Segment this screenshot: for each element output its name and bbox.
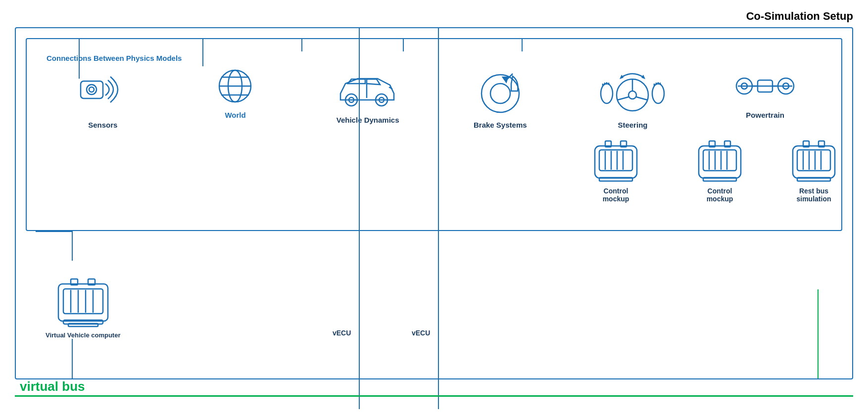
sensor-h-line [36, 231, 73, 232]
sensor-down-line [72, 231, 73, 261]
svg-rect-0 [81, 81, 103, 98]
brake-systems-icon [476, 66, 525, 116]
control-mockup2-icon [696, 137, 743, 184]
svg-rect-70 [793, 146, 835, 178]
vecu1-item: vECU [333, 326, 351, 339]
main-container: Co-Simulation Setup Connections Between … [10, 10, 858, 409]
powertrain-item: Powertrain [725, 66, 805, 119]
vecu2-vline [438, 28, 439, 409]
icons-row: Sensors World [27, 66, 841, 129]
svg-marker-27 [641, 75, 645, 79]
world-vline [202, 39, 203, 66]
page-title: Co-Simulation Setup [746, 10, 853, 23]
svg-line-26 [636, 97, 647, 100]
svg-line-25 [618, 97, 628, 100]
rest-bus-icon [790, 137, 837, 184]
vehicle-dynamics-item: Vehicle Dynamics [328, 66, 407, 124]
rest-bus-label: Rest bussimulation [796, 187, 831, 203]
svg-rect-69 [703, 178, 736, 181]
steering-vline [403, 39, 404, 51]
svg-rect-62 [703, 150, 736, 171]
rest-bus-green-vline [818, 289, 819, 378]
svg-rect-71 [797, 150, 830, 171]
vehicle-dynamics-icon [336, 66, 400, 111]
steering-label: Steering [618, 121, 647, 129]
virtual-vehicle-item: Virtual Vehicle computer [46, 274, 120, 339]
outer-box: Connections Between Physics Models [15, 27, 853, 379]
svg-point-17 [601, 84, 613, 103]
svg-point-29 [652, 84, 664, 103]
steering-icon [598, 66, 667, 116]
virtual-bus-label: virtual bus [20, 379, 85, 394]
brake-systems-label: Brake Systems [474, 121, 527, 129]
virtual-vehicle-label: Virtual Vehicle computer [46, 331, 120, 339]
svg-rect-53 [599, 150, 632, 171]
control-mockup2-label: Controlmockup [707, 187, 733, 203]
control-mockup1-icon [592, 137, 639, 184]
powertrain-vline [522, 39, 523, 51]
control-mockup1-item: Controlmockup [592, 137, 639, 203]
svg-point-23 [628, 91, 636, 99]
virtual-bus-line [15, 395, 853, 397]
svg-rect-78 [797, 178, 830, 181]
control-mockup2-item: Controlmockup [696, 137, 743, 203]
sensors-item: Sensors [63, 66, 143, 129]
vv-to-bus-line [72, 339, 73, 378]
svg-rect-51 [68, 324, 98, 326]
svg-rect-43 [63, 289, 103, 314]
svg-point-14 [490, 84, 510, 103]
sensors-label: Sensors [88, 121, 117, 129]
svg-point-2 [89, 87, 94, 92]
rest-bus-item: Rest bussimulation [790, 137, 837, 203]
control-mockup1-label: Controlmockup [603, 187, 629, 203]
world-icon [215, 66, 255, 106]
vecu2-item: vECU [412, 326, 430, 339]
svg-rect-52 [595, 146, 637, 178]
brake-vecu-vline [359, 28, 360, 409]
world-item: World [195, 66, 275, 119]
brake-systems-item: Brake Systems [461, 66, 540, 129]
vecu2-label: vECU [412, 329, 430, 337]
vehicle-dynamics-label: Vehicle Dynamics [337, 116, 399, 124]
brake-vline [301, 39, 302, 51]
sensors-icon [78, 66, 128, 116]
powertrain-icon [735, 66, 795, 106]
svg-point-13 [482, 75, 519, 112]
virtual-vehicle-icon [56, 274, 110, 328]
world-label: World [225, 111, 245, 119]
connections-label: Connections Between Physics Models [47, 54, 182, 62]
svg-rect-60 [599, 178, 632, 181]
svg-rect-61 [699, 146, 741, 178]
powertrain-label: Powertrain [746, 111, 784, 119]
svg-marker-28 [620, 75, 624, 79]
svg-point-1 [87, 85, 96, 94]
steering-item: Steering [593, 66, 672, 129]
svg-marker-16 [503, 77, 508, 82]
vecu1-label: vECU [333, 329, 351, 337]
